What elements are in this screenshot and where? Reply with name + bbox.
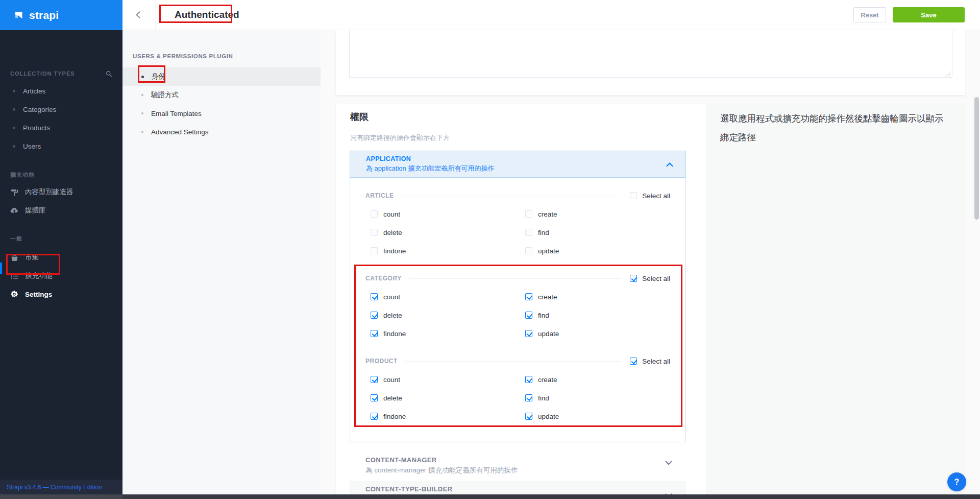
permission-product-findone[interactable]: findone [371, 407, 525, 425]
back-button[interactable] [122, 0, 156, 30]
content-type-builder-accordion-header[interactable]: CONTENT-TYPE-BUILDER 為 content-type-buil… [350, 481, 686, 495]
subnav-item-身份[interactable]: 身份 [122, 67, 321, 86]
permission-checkbox[interactable] [525, 210, 532, 218]
permission-category-update[interactable]: update [525, 324, 670, 343]
subnav-item-email-templates[interactable]: Email Templates [122, 104, 321, 123]
permission-checkbox[interactable] [371, 210, 378, 218]
horizontal-scrollbar[interactable] [0, 494, 980, 499]
description-textarea[interactable] [349, 27, 952, 78]
sidebar-item-users[interactable]: Users [0, 137, 122, 155]
permission-checkbox[interactable] [525, 413, 532, 420]
plugin-subnav: USERS & PERMISSIONS PLUGIN 身份驗證方式Email T… [122, 30, 321, 495]
permission-checkbox[interactable] [525, 312, 532, 319]
bullet-icon [141, 76, 144, 78]
select-all-checkbox[interactable] [630, 358, 637, 365]
permission-checkbox[interactable] [371, 376, 378, 383]
permission-category-create[interactable]: create [525, 288, 670, 306]
permission-label: update [538, 413, 559, 420]
sidebar-item-label: Products [23, 124, 50, 132]
permission-category-delete[interactable]: delete [371, 306, 525, 324]
permission-checkbox[interactable] [371, 312, 378, 319]
permission-checkbox[interactable] [525, 394, 532, 401]
select-all-control[interactable]: Select all [630, 192, 670, 200]
vertical-scrollbar[interactable] [973, 30, 980, 495]
permission-product-update[interactable]: update [525, 407, 670, 425]
reset-button[interactable]: Reset [853, 7, 886, 22]
permission-section-category: CATEGORYSelect allcountcreatedeletefindf… [365, 273, 670, 343]
permission-section-header: CATEGORYSelect all [365, 273, 670, 284]
permission-checkbox[interactable] [525, 330, 532, 337]
sidebar-item-市集[interactable]: 市集 [0, 248, 122, 267]
save-button[interactable]: Save [893, 7, 965, 22]
sidebar-item-擴充功能[interactable]: 擴充功能 [0, 267, 122, 285]
bullet-icon [13, 108, 15, 111]
permission-product-create[interactable]: create [525, 370, 670, 389]
permission-checkbox[interactable] [371, 229, 378, 236]
permission-label: find [538, 312, 549, 319]
permission-label: findone [383, 413, 406, 420]
permissions-title: 權限 [350, 111, 369, 123]
chevron-down-icon[interactable] [665, 461, 672, 465]
permission-article-count[interactable]: count [371, 205, 525, 223]
permission-checkbox[interactable] [371, 394, 378, 401]
divider [405, 361, 622, 362]
permission-product-find[interactable]: find [525, 389, 670, 407]
permission-checkbox[interactable] [371, 247, 378, 254]
gear-icon [10, 290, 18, 298]
subnav-item-驗證方式[interactable]: 驗證方式 [122, 86, 321, 104]
paintbrush-icon [10, 188, 18, 196]
permission-article-update[interactable]: update [525, 242, 670, 260]
application-accordion-header[interactable]: APPLICATION 為 application 擴充功能定義所有可用的操作 [350, 151, 686, 178]
topbar: Authenticated Reset Save [122, 0, 980, 30]
permission-product-count[interactable]: count [371, 370, 525, 389]
logo-bar[interactable]: strapi [0, 0, 122, 30]
permission-rows: countcreatedeletefindfindoneupdate [371, 205, 670, 260]
bullet-icon [141, 94, 143, 96]
permission-article-delete[interactable]: delete [371, 223, 525, 242]
sidebar-item-settings[interactable]: Settings [0, 285, 122, 303]
permission-article-create[interactable]: create [525, 205, 670, 223]
sidebar-item-products[interactable]: Products [0, 118, 122, 137]
permission-checkbox[interactable] [525, 293, 532, 300]
permission-checkbox[interactable] [371, 330, 378, 337]
select-all-checkbox[interactable] [630, 275, 637, 282]
content-manager-accordion-header[interactable]: CONTENT-MANAGER 為 content-manager 擴充功能定義… [350, 448, 686, 480]
permission-category-count[interactable]: count [371, 288, 525, 306]
sidebar-item-媒體庫[interactable]: 媒體庫 [0, 201, 122, 220]
vertical-scrollbar-thumb[interactable] [974, 97, 979, 220]
sidebar-section-header: 擴充功能 [0, 169, 122, 180]
permission-rows: countcreatedeletefindfindoneupdate [371, 370, 670, 425]
sidebar-item-label: 市集 [25, 253, 39, 262]
chevron-up-icon[interactable] [666, 162, 673, 167]
permission-article-find[interactable]: find [525, 223, 670, 242]
subnav-item-label: Advanced Settings [151, 128, 209, 136]
permission-product-delete[interactable]: delete [371, 389, 525, 407]
select-all-checkbox[interactable] [630, 192, 637, 199]
permission-checkbox[interactable] [525, 376, 532, 383]
bullet-icon [13, 127, 15, 129]
subnav-item-label: 身份 [152, 72, 165, 81]
permission-checkbox[interactable] [371, 293, 378, 300]
permission-label: count [383, 376, 400, 384]
select-all-control[interactable]: Select all [630, 275, 670, 282]
permission-label: create [538, 293, 557, 301]
sidebar-item-categories[interactable]: Categories [0, 100, 122, 118]
permission-checkbox[interactable] [371, 413, 378, 420]
subnav-item-advanced-settings[interactable]: Advanced Settings [122, 123, 321, 141]
search-icon[interactable] [106, 70, 112, 77]
permission-label: create [538, 376, 557, 384]
version-link[interactable]: Strapi v3.4.6 — Community Edition [7, 484, 102, 491]
subnav-item-label: 驗證方式 [151, 90, 179, 100]
permission-article-findone[interactable]: findone [371, 242, 525, 260]
sidebar-item-label: 內容型別建造器 [25, 187, 74, 197]
sidebar-section: 一般市集擴充功能Settings [0, 233, 122, 303]
permission-checkbox[interactable] [525, 247, 532, 254]
help-button[interactable]: ? [947, 472, 966, 491]
permission-checkbox[interactable] [525, 229, 532, 236]
sidebar-item-內容型別建造器[interactable]: 內容型別建造器 [0, 183, 122, 201]
select-all-control[interactable]: Select all [630, 358, 670, 365]
sidebar-item-articles[interactable]: Articles [0, 82, 122, 100]
permission-category-find[interactable]: find [525, 306, 670, 324]
permission-category-findone[interactable]: findone [371, 324, 525, 343]
page-title: Authenticated [175, 9, 239, 20]
